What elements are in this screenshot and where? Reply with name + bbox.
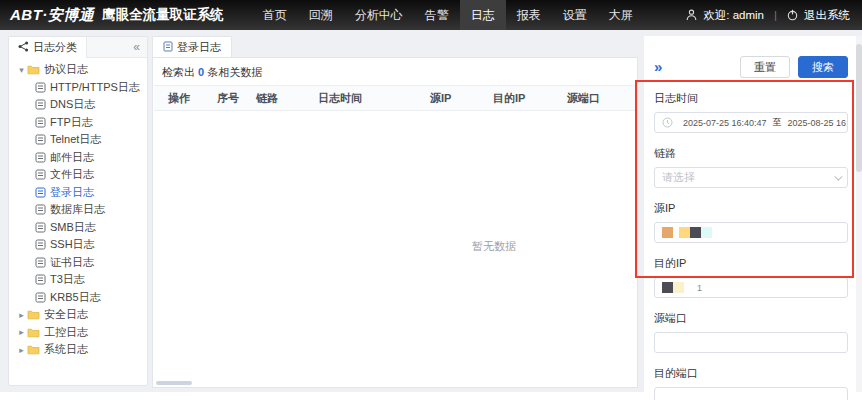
sidebar-item-t3-log[interactable]: T3日志 xyxy=(9,271,147,289)
sidebar-item-label: SSH日志 xyxy=(50,237,95,252)
reset-button[interactable]: 重置 xyxy=(740,56,790,78)
column-header-src-ip[interactable]: 源IP xyxy=(416,91,479,106)
welcome-text: 欢迎: admin xyxy=(703,8,764,23)
column-header-link[interactable]: 链路 xyxy=(242,91,304,106)
field-label-link: 链路 xyxy=(654,146,848,161)
sidebar-item-database-log[interactable]: 数据库日志 xyxy=(9,201,147,219)
sidebar-item-security-log[interactable]: ▸安全日志 xyxy=(9,306,147,324)
src-port-input[interactable] xyxy=(654,332,848,353)
sidebar-item-label: 安全日志 xyxy=(44,307,88,322)
sidebar-item-smb-log[interactable]: SMB日志 xyxy=(9,219,147,237)
sidebar-item-login-log[interactable]: 登录日志 xyxy=(9,184,147,202)
nav-item-big-screen[interactable]: 大屏 xyxy=(598,0,644,30)
sidebar-item-label: 证书日志 xyxy=(50,255,94,270)
column-header-dst-port[interactable]: 目的端口 xyxy=(627,91,638,106)
column-header-log-time[interactable]: 日志时间 xyxy=(304,91,416,106)
nav-item-analysis-center[interactable]: 分析中心 xyxy=(344,0,414,30)
filter-field-log-time: 日志时间2025-07-25 16:40:47至2025-08-25 16:40… xyxy=(654,91,848,133)
nav-item-alerts[interactable]: 告警 xyxy=(414,0,460,30)
result-count: 0 xyxy=(198,66,204,78)
sidebar-item-label: 系统日志 xyxy=(44,342,88,357)
sidebar-header-tab[interactable]: 日志分类 xyxy=(9,37,87,58)
login-log-icon xyxy=(35,187,46,198)
folder-icon xyxy=(27,64,40,75)
caret-right-icon: ▸ xyxy=(16,327,27,337)
sidebar-item-telnet-log[interactable]: Telnet日志 xyxy=(9,131,147,149)
sidebar-item-cert-log[interactable]: 证书日志 xyxy=(9,254,147,272)
result-suffix: 条相关数据 xyxy=(207,66,262,78)
sidebar-item-ssh-log[interactable]: SSH日志 xyxy=(9,236,147,254)
sidebar-item-http-https-log[interactable]: HTTP/HTTPS日志 xyxy=(9,79,147,97)
sidebar-item-krb5-log[interactable]: KRB5日志 xyxy=(9,289,147,307)
cert-log-icon xyxy=(35,257,46,268)
user-icon xyxy=(686,9,697,21)
link-select[interactable]: 请选择 xyxy=(654,167,848,188)
sidebar-collapse-button[interactable]: « xyxy=(133,40,140,54)
navbar-right: 欢迎: admin | 退出系统 xyxy=(686,8,850,23)
log-category-tree: ▾协议日志HTTP/HTTPS日志DNS日志FTP日志Telnet日志邮件日志文… xyxy=(9,58,147,359)
sidebar-item-label: 工控日志 xyxy=(44,325,88,340)
share-nodes-icon xyxy=(18,41,29,54)
sidebar-item-protocol-log[interactable]: ▾协议日志 xyxy=(9,61,147,79)
log-time-input[interactable]: 2025-07-25 16:40:47至2025-08-25 16:40:47 xyxy=(654,112,848,133)
swatch-input-text: 1 xyxy=(697,283,702,293)
sidebar-item-label: SMB日志 xyxy=(50,220,96,235)
column-header-operation[interactable]: 操作 xyxy=(154,91,203,106)
folder-icon xyxy=(27,327,40,338)
logout-button[interactable]: 退出系统 xyxy=(804,8,850,23)
folder-icon xyxy=(27,309,40,320)
field-label-src-port: 源端口 xyxy=(654,311,848,326)
sidebar-item-file-log[interactable]: 文件日志 xyxy=(9,166,147,184)
dst-port-input[interactable] xyxy=(654,387,848,400)
page-background: 日志分类 « ▾协议日志HTTP/HTTPS日志DNS日志FTP日志Telnet… xyxy=(0,30,862,392)
filter-panel-toolbar: » 重置 搜索 xyxy=(654,56,848,78)
dst-ip-input[interactable]: 1 xyxy=(654,277,848,298)
mail-log-icon xyxy=(35,152,46,163)
column-header-dst-ip[interactable]: 目的IP xyxy=(479,91,553,106)
result-prefix: 检索出 xyxy=(162,66,195,78)
search-button[interactable]: 搜索 xyxy=(798,56,848,78)
nav-item-home[interactable]: 首页 xyxy=(252,0,298,30)
color-swatch xyxy=(690,227,701,238)
http-https-log-icon xyxy=(35,82,46,93)
filter-field-src-ip: 源IP xyxy=(654,201,848,243)
ftp-log-icon xyxy=(35,117,46,128)
date-end: 2025-08-25 16:40:47 xyxy=(788,118,848,128)
sidebar-item-ftp-log[interactable]: FTP日志 xyxy=(9,114,147,132)
sidebar-item-ics-log[interactable]: ▸工控日志 xyxy=(9,324,147,342)
src-port-text-input[interactable] xyxy=(662,337,840,349)
tab-strip: 登录日志 xyxy=(152,36,638,57)
telnet-log-icon xyxy=(35,134,46,145)
nav-item-settings[interactable]: 设置 xyxy=(552,0,598,30)
color-swatch xyxy=(662,282,673,293)
sidebar-item-label: KRB5日志 xyxy=(50,290,101,305)
sidebar-item-dns-log[interactable]: DNS日志 xyxy=(9,96,147,114)
main-panel: 登录日志 检索出0条相关数据 操作序号链路日志时间源IP目的IP源端口目的端口应… xyxy=(152,36,638,388)
sidebar-item-label: DNS日志 xyxy=(50,97,95,112)
panel-collapse-button[interactable]: » xyxy=(654,58,662,76)
column-header-seq[interactable]: 序号 xyxy=(203,91,242,106)
src-ip-input[interactable] xyxy=(654,222,848,243)
select-placeholder: 请选择 xyxy=(662,170,695,185)
ssh-log-icon xyxy=(35,239,46,250)
log-table-area: 检索出0条相关数据 操作序号链路日志时间源IP目的IP源端口目的端口应用 暂无数… xyxy=(152,57,638,388)
sidebar-item-label: HTTP/HTTPS日志 xyxy=(50,80,140,95)
sidebar-item-label: FTP日志 xyxy=(50,115,93,130)
vertical-scrollbar-thumb[interactable] xyxy=(856,44,862,172)
dst-port-text-input[interactable] xyxy=(662,392,840,400)
caret-right-icon: ▸ xyxy=(16,310,27,320)
filter-field-link: 链路请选择 xyxy=(654,146,848,188)
color-swatch xyxy=(701,227,712,238)
color-swatch xyxy=(662,227,673,238)
column-header-src-port[interactable]: 源端口 xyxy=(553,91,627,106)
sidebar-item-system-log[interactable]: ▸系统日志 xyxy=(9,341,147,359)
horizontal-scrollbar-thumb[interactable] xyxy=(156,381,192,385)
dns-log-icon xyxy=(35,99,46,110)
nav-item-reports[interactable]: 报表 xyxy=(506,0,552,30)
nav-item-logs[interactable]: 日志 xyxy=(460,0,506,30)
date-start: 2025-07-25 16:40:47 xyxy=(683,118,767,128)
nav-item-retrace[interactable]: 回溯 xyxy=(298,0,344,30)
tab-login-log[interactable]: 登录日志 xyxy=(152,36,232,57)
sidebar-item-mail-log[interactable]: 邮件日志 xyxy=(9,149,147,167)
field-label-src-ip: 源IP xyxy=(654,201,848,216)
